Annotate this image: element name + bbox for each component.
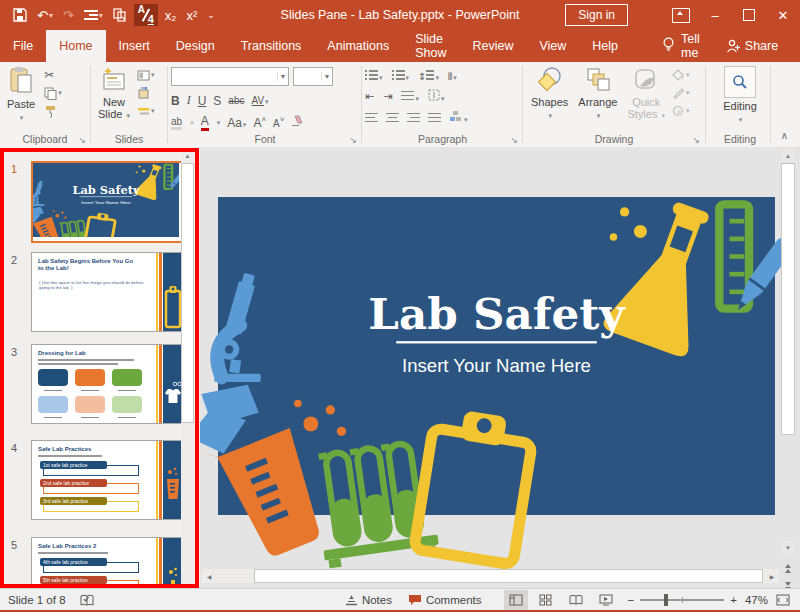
character-spacing-button[interactable]: AV▾ xyxy=(251,95,268,106)
font-dialog-launcher[interactable]: ↘ xyxy=(349,135,357,145)
previous-slide-button[interactable] xyxy=(781,561,795,575)
arrange-button[interactable]: Arrange▾ xyxy=(573,62,622,122)
new-slide-button[interactable]: NewSlide ▾ xyxy=(93,62,135,122)
clipboard-dialog-launcher[interactable]: ↘ xyxy=(78,135,86,145)
numbering-button[interactable]: ▾ xyxy=(392,69,410,83)
slide-3-thumbnail[interactable]: Dressing for Lab xyxy=(31,344,183,424)
maximize-button[interactable] xyxy=(732,0,766,30)
tab-design[interactable]: Design xyxy=(163,30,228,62)
slide-sorter-view-button[interactable] xyxy=(534,590,558,610)
scrollbar-thumb[interactable] xyxy=(254,569,763,583)
subscript-button[interactable]: x₂ xyxy=(162,4,180,26)
scrollbar-thumb[interactable] xyxy=(781,163,795,435)
align-center-button[interactable] xyxy=(386,113,399,123)
zoom-in-button[interactable]: + xyxy=(730,594,737,606)
quick-styles-button[interactable]: QuickStyles ▾ xyxy=(622,62,670,122)
customize-qat-button[interactable]: ⌄ xyxy=(204,4,218,26)
shape-fill-button[interactable]: ▾ xyxy=(672,68,690,82)
paragraph-dialog-launcher[interactable]: ↘ xyxy=(510,135,518,145)
slide-show-button[interactable] xyxy=(594,590,618,610)
reset-slide-button[interactable] xyxy=(137,86,155,100)
close-button[interactable]: ✕ xyxy=(766,0,800,30)
justify-button[interactable] xyxy=(428,113,441,123)
character-format-button[interactable]: A4 xyxy=(134,4,158,26)
cut-button[interactable]: ✂ xyxy=(44,68,62,82)
slide-editing-area[interactable] xyxy=(200,147,800,588)
change-case-button[interactable]: Aa▾ xyxy=(227,116,246,130)
tab-home[interactable]: Home xyxy=(46,30,105,62)
notes-button[interactable]: Notes xyxy=(345,594,392,606)
text-direction-button[interactable]: ⫴▾ xyxy=(448,69,457,83)
grow-font-button[interactable]: A˄ xyxy=(253,115,266,130)
bold-button[interactable]: B xyxy=(171,94,180,108)
tab-tell-me[interactable]: Tell me xyxy=(649,30,713,62)
tab-insert[interactable]: Insert xyxy=(106,30,163,62)
main-slide[interactable] xyxy=(200,147,800,588)
slide-4-thumbnail[interactable]: Safe Lab Practices 1st safe lab practice… xyxy=(31,440,183,520)
tab-slide-show[interactable]: Slide Show xyxy=(402,30,459,62)
tab-review[interactable]: Review xyxy=(459,30,526,62)
normal-view-button[interactable] xyxy=(504,590,528,610)
convert-smartart-button[interactable]: ▾ xyxy=(449,110,468,125)
tab-view[interactable]: View xyxy=(526,30,579,62)
comments-button[interactable]: Comments xyxy=(408,594,482,606)
align-left-button[interactable] xyxy=(365,113,378,123)
slide-2-thumbnail[interactable]: Lab Safety Begins Before You Go to the L… xyxy=(31,252,183,332)
strikethrough-button[interactable]: abc xyxy=(228,95,244,106)
tab-transitions[interactable]: Transitions xyxy=(228,30,315,62)
reading-view-button[interactable] xyxy=(564,590,588,610)
editing-button[interactable]: Editing▾ xyxy=(712,62,768,126)
indent-button[interactable]: ▾ xyxy=(81,4,106,26)
collapse-ribbon-button[interactable]: ∧ xyxy=(781,130,788,141)
paste-button[interactable]: Paste▾ xyxy=(2,62,40,124)
slide-layout-button[interactable]: ▾ xyxy=(137,68,155,82)
sign-in-button[interactable]: Sign in xyxy=(565,4,628,26)
superscript-button[interactable]: x² xyxy=(183,4,200,26)
zoom-slider[interactable] xyxy=(640,599,724,601)
columns-button[interactable]: ▾ xyxy=(401,90,419,104)
tab-share[interactable]: Share xyxy=(713,30,791,62)
scroll-up-arrow[interactable]: ▲ xyxy=(781,149,795,162)
highlight-button[interactable]: ab xyxy=(171,116,182,130)
tab-file[interactable]: File xyxy=(0,30,46,62)
tab-help[interactable]: Help xyxy=(579,30,631,62)
save-icon[interactable] xyxy=(10,4,30,26)
slides-pane-scrollbar[interactable]: ▲ xyxy=(181,149,194,586)
clear-formatting-button[interactable] xyxy=(291,115,303,130)
align-right-button[interactable] xyxy=(407,113,420,123)
scroll-left-arrow[interactable]: ◀ xyxy=(202,569,216,583)
slide-1-thumbnail[interactable] xyxy=(31,161,185,243)
shapes-button[interactable]: Shapes▾ xyxy=(526,62,573,122)
zoom-level[interactable]: 47% xyxy=(745,594,768,606)
shrink-font-button[interactable]: A˅ xyxy=(273,115,284,130)
scroll-up-arrow[interactable]: ▲ xyxy=(181,149,194,162)
vertical-scrollbar[interactable]: ▲ ▼ xyxy=(781,149,795,604)
zoom-slider-thumb[interactable] xyxy=(664,594,668,606)
align-text-button[interactable]: ▾ xyxy=(428,89,445,104)
ribbon-display-options-button[interactable] xyxy=(664,0,698,30)
text-shadow-button[interactable]: S xyxy=(213,94,221,108)
scroll-right-arrow[interactable]: ▶ xyxy=(765,569,779,583)
fit-slide-to-window-button[interactable] xyxy=(776,594,790,606)
italic-button[interactable]: I xyxy=(187,93,191,108)
redo-button[interactable]: ↷ xyxy=(60,4,77,26)
zoom-out-button[interactable]: − xyxy=(628,594,635,606)
underline-button[interactable]: U xyxy=(198,94,207,108)
shape-outline-button[interactable]: ▾ xyxy=(672,86,690,100)
font-color-button[interactable]: A xyxy=(201,114,209,131)
bullets-button[interactable]: ▾ xyxy=(365,69,383,83)
drawing-dialog-launcher[interactable]: ↘ xyxy=(692,135,700,145)
font-name-combobox[interactable]: ▾ xyxy=(171,67,289,86)
section-button[interactable]: ▾ xyxy=(137,104,155,118)
minimize-button[interactable]: – xyxy=(698,0,732,30)
font-size-combobox[interactable]: ▾ xyxy=(293,67,333,86)
decrease-indent-button[interactable]: ⇤ xyxy=(365,90,374,103)
slide-5-thumbnail[interactable]: Safe Lab Practices 2 4th safe lab practi… xyxy=(31,537,183,588)
shape-effects-button[interactable]: ▾ xyxy=(672,104,690,118)
line-spacing-button[interactable]: ⇕▾ xyxy=(418,69,439,83)
increase-indent-button[interactable]: ⇥ xyxy=(383,90,392,103)
horizontal-scrollbar[interactable]: ◀ ▶ xyxy=(202,569,779,583)
reuse-slides-icon[interactable] xyxy=(110,4,130,26)
undo-button[interactable]: ↶▾ xyxy=(34,4,56,26)
scrollbar-thumb[interactable] xyxy=(181,163,194,423)
